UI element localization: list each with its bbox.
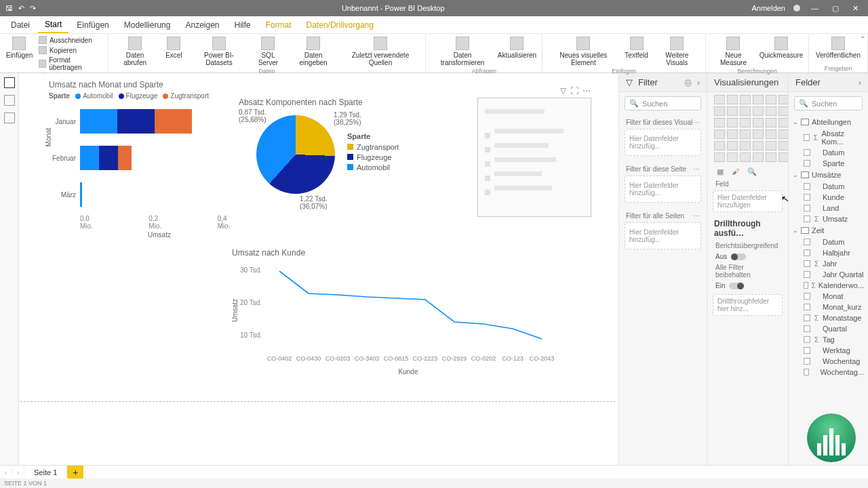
- filter-visual-icon[interactable]: ▽: [560, 86, 566, 96]
- field-node[interactable]: Monat_kurz: [791, 302, 865, 312]
- viz-type-icon[interactable]: [740, 141, 751, 150]
- cut-button[interactable]: Ausschneiden: [36, 35, 104, 45]
- tab-modeling[interactable]: Modellierung: [117, 18, 178, 33]
- viz-type-icon[interactable]: [714, 152, 725, 162]
- save-icon[interactable]: 🖫: [5, 4, 13, 13]
- viz-type-icon[interactable]: [727, 141, 738, 150]
- fields-search-input[interactable]: 🔍Suchen: [794, 96, 863, 110]
- filter-search-input[interactable]: 🔍Suchen: [625, 96, 701, 110]
- field-node[interactable]: ΣJahr: [791, 258, 865, 269]
- tab-data-drill[interactable]: Daten/Drillvorgang: [300, 18, 380, 33]
- viz-type-icon[interactable]: [753, 95, 764, 104]
- viz-type-icon[interactable]: [753, 118, 764, 127]
- viz-type-icon[interactable]: [766, 118, 776, 127]
- get-data-button[interactable]: Daten abrufen: [113, 35, 158, 68]
- field-node[interactable]: Halbjahr: [791, 247, 865, 258]
- section-more-icon[interactable]: ⋯: [693, 119, 700, 126]
- table-node[interactable]: ⌄Umsätze: [791, 169, 865, 181]
- account-avatar[interactable]: [793, 5, 800, 12]
- viz-type-icon[interactable]: [714, 141, 725, 150]
- line-chart-visual[interactable]: Umsatz nach Kunde Umsatz 30 Tsd. 20 Tsd.…: [232, 248, 571, 384]
- pbi-datasets-button[interactable]: Power BI-Datasets: [190, 35, 248, 68]
- field-node[interactable]: Datum: [791, 147, 865, 158]
- new-visual-button[interactable]: Neues visuelles Element: [547, 35, 620, 68]
- viz-type-icon[interactable]: [753, 106, 764, 116]
- viz-type-icon[interactable]: [727, 118, 738, 127]
- field-node[interactable]: ΣTag: [791, 334, 865, 345]
- report-view-icon[interactable]: [4, 77, 15, 88]
- field-node[interactable]: Quartal: [791, 323, 865, 334]
- field-node[interactable]: ΣKalenderwo...: [791, 280, 865, 291]
- prev-page-icon[interactable]: ‹: [0, 468, 12, 476]
- field-node[interactable]: Land: [791, 203, 865, 214]
- viz-type-icon[interactable]: [727, 129, 738, 139]
- drillthrough-well[interactable]: Drillthroughfelder hier hinz...: [713, 294, 783, 316]
- viz-type-icon[interactable]: [740, 152, 751, 162]
- viz-type-icon[interactable]: [727, 152, 738, 162]
- section-more-icon[interactable]: ⋯: [693, 165, 700, 173]
- copy-button[interactable]: Kopieren: [36, 45, 104, 55]
- add-page-button[interactable]: +: [67, 466, 83, 479]
- tab-format[interactable]: Format: [259, 18, 298, 33]
- viz-field-well[interactable]: Hier Datenfelder hinzufügen: [713, 190, 783, 212]
- refresh-button[interactable]: Aktualisieren: [496, 35, 538, 60]
- empty-visual-selected[interactable]: ▽ ⛶ ⋯: [477, 98, 591, 217]
- field-node[interactable]: Wochentag: [791, 356, 865, 367]
- viz-type-icon[interactable]: [740, 95, 751, 104]
- minimize-icon[interactable]: —: [808, 4, 821, 12]
- excel-button[interactable]: Excel: [159, 35, 189, 60]
- publish-button[interactable]: Veröffentlichen: [813, 35, 863, 60]
- analytics-tab-icon[interactable]: 🔍: [747, 167, 757, 176]
- field-node[interactable]: ΣMonatstage: [791, 312, 865, 323]
- fields-tab-icon[interactable]: ▦: [717, 167, 724, 176]
- transform-data-button[interactable]: Daten transformieren: [430, 35, 495, 68]
- format-tab-icon[interactable]: 🖌: [732, 167, 739, 176]
- textbox-button[interactable]: Textfeld: [622, 35, 652, 60]
- cross-report-toggle[interactable]: [731, 253, 746, 260]
- field-node[interactable]: Datum: [791, 237, 865, 247]
- field-node[interactable]: Werktag: [791, 345, 865, 356]
- recent-sources-button[interactable]: Zuletzt verwendete Quellen: [340, 35, 422, 68]
- paste-button[interactable]: Einfügen: [4, 35, 35, 60]
- field-node[interactable]: ΣAbsatz Kom...: [791, 128, 865, 147]
- maximize-icon[interactable]: ▢: [829, 4, 842, 13]
- filter-eye-icon[interactable]: ◎: [684, 77, 692, 87]
- viz-type-icon[interactable]: [740, 106, 751, 116]
- viz-type-icon[interactable]: [766, 95, 776, 104]
- filter-collapse-icon[interactable]: ›: [697, 77, 700, 87]
- viz-type-icon[interactable]: [740, 118, 751, 127]
- viz-type-icon[interactable]: [766, 106, 776, 116]
- viz-type-icon[interactable]: [714, 118, 725, 127]
- visual-filter-well[interactable]: Hier Datenfelder hinzufüg...: [625, 129, 701, 156]
- viz-type-icon[interactable]: [753, 152, 764, 162]
- all-pages-filter-well[interactable]: Hier Datenfelder hinzufüg...: [625, 222, 701, 249]
- field-node[interactable]: Sparte: [791, 158, 865, 169]
- field-node[interactable]: Kunde: [791, 192, 865, 203]
- table-node[interactable]: ⌄Abteilungen: [791, 116, 865, 128]
- viz-type-icon[interactable]: [753, 129, 764, 139]
- viz-type-icon[interactable]: [766, 129, 776, 139]
- section-more-icon[interactable]: ⋯: [693, 212, 700, 220]
- viz-type-icon[interactable]: [714, 106, 725, 116]
- viz-type-icon[interactable]: [727, 106, 738, 116]
- tab-view[interactable]: Anzeigen: [178, 18, 226, 33]
- signin-link[interactable]: Anmelden: [751, 4, 785, 12]
- field-node[interactable]: ΣUmsatz: [791, 214, 865, 224]
- data-view-icon[interactable]: [4, 95, 15, 106]
- keep-filters-toggle[interactable]: [729, 283, 744, 289]
- field-node[interactable]: Wochentag...: [791, 367, 865, 378]
- viz-type-icon[interactable]: [740, 129, 751, 139]
- viz-type-icon[interactable]: [766, 141, 776, 150]
- tab-home[interactable]: Start: [38, 17, 68, 33]
- page-tab[interactable]: Seite 1: [24, 466, 67, 479]
- pie-chart-visual[interactable]: Absatz Komponenten nach Sparte 0,87 Tsd.…: [239, 98, 456, 198]
- tab-file[interactable]: Datei: [4, 18, 37, 33]
- field-node[interactable]: Monat: [791, 291, 865, 302]
- table-node[interactable]: ⌄Zeit: [791, 224, 865, 237]
- tab-help[interactable]: Hilfe: [228, 18, 258, 33]
- sql-server-button[interactable]: SQL Server: [249, 35, 287, 68]
- viz-type-icon[interactable]: [727, 95, 738, 104]
- page-filter-well[interactable]: Hier Datenfelder hinzufüg...: [625, 176, 701, 203]
- collapse-ribbon-icon[interactable]: ⌃: [860, 35, 865, 43]
- field-node[interactable]: Jahr Quartal: [791, 269, 865, 280]
